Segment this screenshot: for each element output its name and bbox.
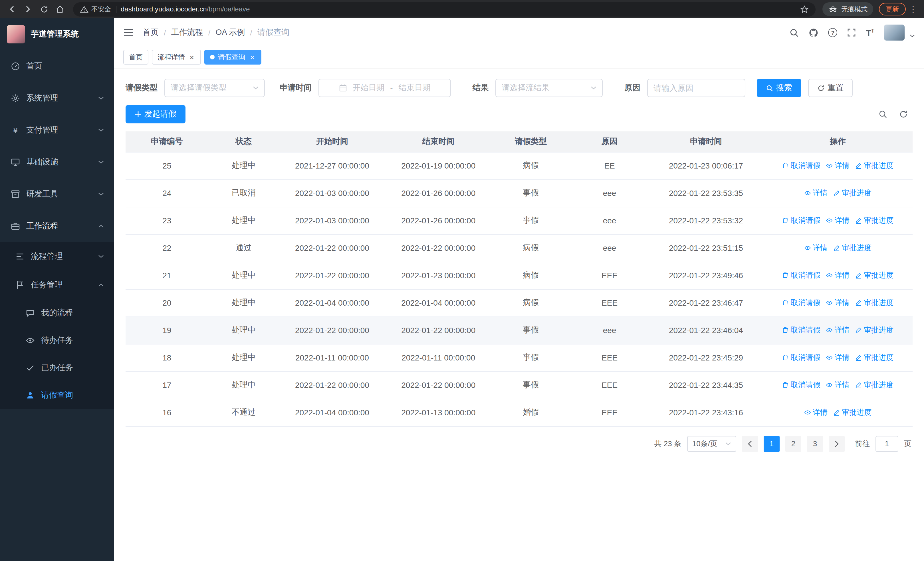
cancel-leave-label: 取消请假 [791, 215, 820, 226]
leave-type-select[interactable]: 请选择请假类型 [164, 79, 265, 97]
cell-status: 处理中 [208, 152, 279, 179]
font-size-icon[interactable]: TT [866, 28, 874, 37]
cell-apply-time: 2022-01-22 23:53:32 [649, 207, 763, 234]
cell-apply-id: 25 [126, 152, 208, 179]
cell-apply-id: 24 [126, 179, 208, 207]
sidebar-item-process-mgmt[interactable]: 流程管理 [0, 242, 114, 271]
approval-progress-link[interactable]: 审批进度 [855, 215, 894, 226]
trash-icon [782, 162, 789, 169]
apply-time-label: 申请时间 [280, 83, 312, 93]
github-icon[interactable] [809, 28, 819, 38]
help-icon[interactable]: ? [828, 28, 837, 37]
page-button-3[interactable]: 3 [807, 436, 823, 451]
edit-icon [855, 327, 862, 334]
cell-start-time: 2022-01-04 00:00:00 [279, 399, 385, 426]
avatar[interactable] [884, 24, 904, 41]
cancel-leave-link[interactable]: 取消请假 [782, 161, 820, 171]
avatar-caret-icon[interactable] [910, 34, 915, 38]
refresh-table-icon[interactable] [899, 110, 908, 119]
approval-progress-link[interactable]: 审批进度 [855, 270, 894, 281]
approval-progress-link[interactable]: 审批进度 [855, 161, 894, 171]
detail-link[interactable]: 详情 [826, 352, 849, 363]
detail-link[interactable]: 详情 [826, 270, 849, 281]
breadcrumb-item[interactable]: OA 示例 [216, 27, 245, 38]
bookmark-star-icon[interactable] [800, 5, 809, 14]
navbar-actions: ? TT [790, 24, 915, 41]
cell-reason: eee [570, 234, 649, 262]
cell-apply-id: 21 [126, 262, 208, 289]
search-icon[interactable] [790, 28, 799, 38]
reload-icon[interactable] [36, 2, 51, 17]
forward-icon[interactable] [21, 2, 35, 17]
sidebar-item-home[interactable]: 首页 [0, 50, 114, 82]
create-leave-button[interactable]: 发起请假 [126, 105, 186, 123]
fullscreen-icon[interactable] [847, 28, 856, 37]
tab-leave-query[interactable]: 请假查询 × [204, 50, 261, 65]
approval-progress-link[interactable]: 审批进度 [855, 298, 894, 308]
prev-page-button[interactable] [742, 436, 758, 451]
detail-link[interactable]: 详情 [826, 380, 849, 390]
breadcrumb-item-current: 请假查询 [257, 27, 290, 38]
security-warning-label: 不安全 [92, 5, 111, 14]
close-icon[interactable]: × [249, 53, 256, 61]
reset-button[interactable]: 重置 [808, 79, 853, 97]
breadcrumb-item[interactable]: 工作流程 [171, 27, 203, 38]
detail-link[interactable]: 详情 [826, 215, 849, 226]
cell-reason: eee [570, 179, 649, 207]
search-button[interactable]: 搜索 [757, 79, 801, 97]
back-icon[interactable] [4, 2, 20, 17]
sidebar-item-payment[interactable]: ¥ 支付管理 [0, 114, 114, 146]
detail-link[interactable]: 详情 [804, 243, 828, 253]
cancel-leave-link[interactable]: 取消请假 [782, 215, 820, 226]
apply-time-range-picker[interactable]: 开始日期 - 结束日期 [318, 79, 451, 97]
approval-progress-link[interactable]: 审批进度 [833, 407, 872, 418]
cancel-leave-link[interactable]: 取消请假 [782, 298, 820, 308]
next-page-button[interactable] [829, 436, 844, 451]
cell-operations: 取消请假 详情 审批进度 [763, 371, 913, 399]
cancel-leave-link[interactable]: 取消请假 [782, 325, 820, 335]
page-size-select[interactable]: 10条/页 [687, 436, 736, 451]
approval-progress-link[interactable]: 审批进度 [855, 325, 894, 335]
page-button-2[interactable]: 2 [785, 436, 801, 451]
approval-progress-link[interactable]: 审批进度 [833, 243, 872, 253]
update-button[interactable]: 更新 [879, 3, 906, 15]
approval-progress-link[interactable]: 审批进度 [833, 188, 872, 198]
detail-link[interactable]: 详情 [826, 325, 849, 335]
security-warning[interactable]: 不安全 [80, 5, 111, 14]
cancel-leave-link[interactable]: 取消请假 [782, 270, 820, 281]
tab-process-detail[interactable]: 流程详情 × [152, 50, 201, 65]
close-icon[interactable]: × [188, 53, 195, 61]
approval-progress-link[interactable]: 审批进度 [855, 352, 894, 363]
page-button-1[interactable]: 1 [764, 436, 780, 451]
sidebar-item-devtools[interactable]: 研发工具 [0, 178, 114, 210]
detail-link[interactable]: 详情 [826, 298, 849, 308]
chevron-left-icon [748, 440, 752, 447]
approval-progress-link[interactable]: 审批进度 [855, 380, 894, 390]
sidebar-item-task-mgmt[interactable]: 任务管理 [0, 271, 114, 299]
sidebar-item-leave-query[interactable]: 请假查询 [0, 382, 114, 409]
toggle-search-icon[interactable] [878, 110, 888, 119]
home-icon[interactable] [52, 2, 68, 17]
cancel-leave-link[interactable]: 取消请假 [782, 380, 820, 390]
sidebar-item-workflow[interactable]: 工作流程 [0, 210, 114, 242]
address-bar[interactable]: 不安全 dashboard.yudao.iocoder.cn/bpm/oa/le… [73, 2, 816, 16]
breadcrumb-item[interactable]: 首页 [142, 27, 159, 38]
sidebar-item-label: 待办任务 [41, 335, 73, 346]
detail-link[interactable]: 详情 [826, 161, 849, 171]
sidebar-item-my-process[interactable]: 我的流程 [0, 299, 114, 327]
sidebar-item-infra[interactable]: 基础设施 [0, 146, 114, 178]
sidebar-item-done-tasks[interactable]: 已办任务 [0, 354, 114, 382]
tab-home[interactable]: 首页 [123, 50, 148, 65]
browser-menu-icon[interactable]: ⋮ [907, 4, 920, 14]
reason-input[interactable] [654, 83, 739, 93]
result-select[interactable]: 请选择流结果 [495, 79, 603, 97]
collapse-sidebar-icon[interactable] [123, 29, 134, 36]
detail-link[interactable]: 详情 [804, 407, 828, 418]
sidebar-item-system[interactable]: 系统管理 [0, 82, 114, 114]
sidebar-item-todo-tasks[interactable]: 待办任务 [0, 327, 114, 354]
cancel-leave-link[interactable]: 取消请假 [782, 352, 820, 363]
goto-page-input[interactable] [876, 436, 898, 451]
detail-link[interactable]: 详情 [804, 188, 828, 198]
eye-icon [826, 299, 833, 306]
table-toolbar: 发起请假 [126, 105, 913, 123]
